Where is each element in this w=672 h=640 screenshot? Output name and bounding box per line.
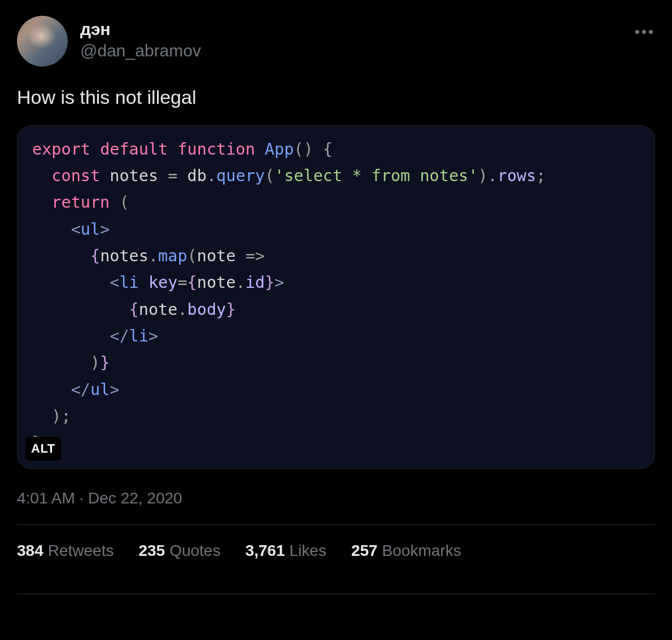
likes-stat[interactable]: 3,761Likes [245, 542, 326, 560]
avatar[interactable] [17, 16, 68, 67]
quotes-count: 235 [138, 542, 165, 559]
code-line: {note.body} [32, 296, 640, 323]
code-line: </ul> [32, 376, 640, 403]
alt-badge[interactable]: ALT [25, 437, 61, 461]
divider [17, 594, 655, 594]
code-image[interactable]: export default function App() { const no… [17, 125, 655, 470]
author-names[interactable]: дэн @dan_abramov [80, 16, 201, 62]
retweets-count: 384 [17, 542, 43, 559]
code-line: export default function App() { [32, 136, 640, 163]
likes-label: Likes [290, 542, 326, 559]
retweets-stat[interactable]: 384Retweets [17, 542, 114, 560]
tweet-header: дэн @dan_abramov [17, 16, 655, 67]
bookmarks-count: 257 [351, 542, 378, 559]
stats-bar: 384Retweets 235Quotes 3,761Likes 257Book… [17, 525, 655, 577]
ellipsis-icon [635, 30, 653, 34]
quotes-label: Quotes [169, 542, 220, 559]
code-line: </li> [32, 323, 640, 349]
code-line: <ul> [32, 216, 640, 243]
likes-count: 3,761 [245, 542, 285, 559]
timestamp-sep: · [75, 489, 88, 507]
more-button[interactable] [632, 20, 655, 43]
code-line: )} [32, 349, 640, 376]
handle: @dan_abramov [80, 40, 201, 62]
retweets-label: Retweets [48, 542, 114, 559]
date: Dec 22, 2020 [88, 489, 182, 507]
bookmarks-label: Bookmarks [382, 542, 461, 559]
time: 4:01 AM [17, 489, 75, 507]
quotes-stat[interactable]: 235Quotes [138, 542, 220, 560]
timestamp[interactable]: 4:01 AM · Dec 22, 2020 [17, 489, 655, 507]
code-line: return ( [32, 189, 640, 216]
display-name: дэн [80, 19, 201, 40]
bookmarks-stat[interactable]: 257Bookmarks [351, 542, 461, 560]
code-line: <li key={note.id}> [32, 269, 640, 296]
tweet-container: дэн @dan_abramov How is this not illegal… [0, 0, 672, 594]
code-line: {notes.map(note => [32, 243, 640, 269]
code-line: ); [32, 403, 640, 429]
code-line: } [32, 429, 640, 456]
code-line: const notes = db.query('select * from no… [32, 163, 640, 189]
code-content: export default function App() { const no… [32, 136, 640, 457]
tweet-text: How is this not illegal [17, 85, 655, 111]
